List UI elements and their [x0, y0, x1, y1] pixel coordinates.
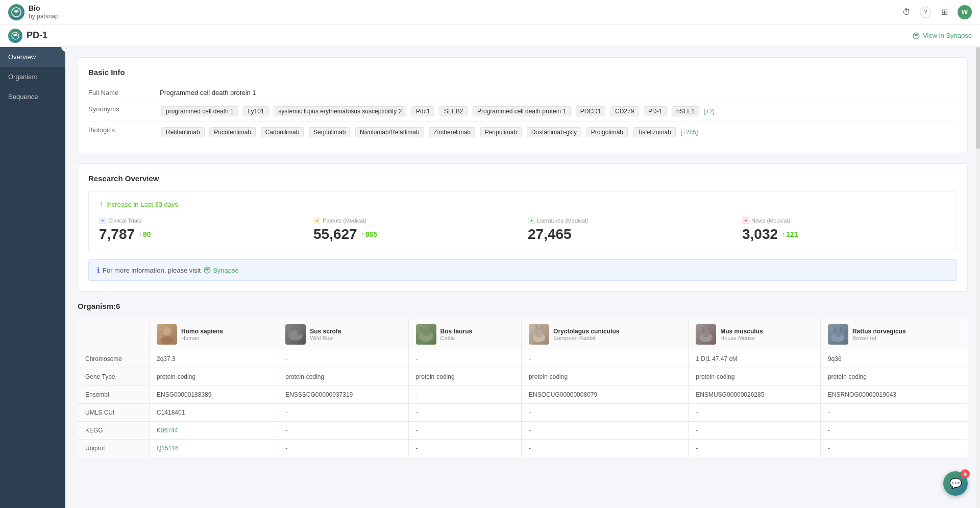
increase-label: ↑ Increase in Last 30 days: [99, 200, 946, 209]
chromosome-sus: -: [278, 350, 408, 368]
literatures-icon: ✦: [528, 217, 535, 224]
biologic-tag[interactable]: Nivolumab/Relatlimab: [355, 127, 424, 137]
table-header-homo-sapiens: Homo sapiens Human: [150, 319, 278, 350]
clinical-trials-value: 7,787 ↑ 80: [99, 226, 303, 243]
umls-bos: -: [408, 404, 521, 422]
kegg-oryc: -: [522, 422, 689, 440]
clinical-trials-delta: ↑ 80: [139, 230, 151, 238]
synapse-link[interactable]: Synapse: [204, 267, 239, 274]
biologic-tag[interactable]: Dostarlimab-gxly: [527, 127, 581, 137]
synapse-logo-icon: [913, 32, 920, 39]
patents-value: 55,627 ↑ 865: [313, 226, 518, 243]
svg-point-10: [422, 328, 430, 336]
chromosome-label: Chromosome: [78, 350, 150, 368]
secondary-nav: PD-1 View in Synapse: [0, 25, 980, 47]
clinical-trials-icon: ✦: [99, 217, 106, 224]
patents-label: ✦ Patents (Medical): [313, 217, 518, 224]
grid-icon[interactable]: ⊞: [939, 7, 949, 17]
synonyms-more[interactable]: [+2]: [704, 108, 715, 115]
page-nav-icon: [8, 29, 22, 43]
uniprot-homo-link[interactable]: Q15116: [157, 445, 179, 452]
homo-sapiens-image: [157, 324, 177, 345]
chromosome-rat: 9q36: [820, 350, 967, 368]
biologics-more[interactable]: [+285]: [681, 129, 698, 136]
biologics-value: Retifanlimab Pucotenlimab Cadonilimab Se…: [160, 126, 957, 138]
table-header-empty: [78, 319, 150, 350]
research-stats-card: ↑ Increase in Last 30 days ✦ Clinical Tr…: [88, 191, 957, 251]
basic-info-card: Basic Info Full Name Programmed cell dea…: [78, 57, 968, 153]
umls-mus: -: [689, 404, 821, 422]
sidebar-item-organism[interactable]: Organism: [0, 67, 65, 87]
literatures-label: ✦ Literatures (Medical): [528, 217, 732, 224]
clinical-trials-label: ✦ Clinical Trials: [99, 217, 303, 224]
svg-point-4: [163, 327, 171, 335]
umls-oryc: -: [522, 404, 689, 422]
table-row: UMLS CUI C1418401 - - - - -: [78, 404, 968, 422]
kegg-label: KEGG: [78, 422, 150, 440]
synonym-tag[interactable]: PD-1: [644, 106, 667, 116]
biologic-tag[interactable]: Prolgolimab: [586, 127, 628, 137]
news-icon: ✦: [742, 217, 749, 224]
synonym-tag[interactable]: systemic lupus erythematosus susceptibil…: [274, 106, 406, 116]
help-icon[interactable]: ?: [920, 7, 931, 18]
table-row: KEGG K06744 - - - - -: [78, 422, 968, 440]
biologic-tag[interactable]: Penpulimab: [480, 127, 522, 137]
synapse-link-icon: [204, 267, 211, 274]
chromosome-mus: 1 D|1 47.47 cM: [689, 350, 821, 368]
research-overview-title: Research Overview: [88, 174, 957, 183]
user-avatar[interactable]: W: [958, 5, 972, 19]
synonyms-value: programmed cell death 1 Ly101 systemic l…: [160, 105, 957, 117]
top-nav: Bio by patsnap ⏱ ? ⊞ W: [0, 0, 980, 25]
basic-info-title: Basic Info: [88, 68, 957, 77]
uniprot-oryc: -: [522, 440, 689, 457]
gene-type-sus: protein-coding: [278, 368, 408, 386]
chromosome-bos: -: [408, 350, 521, 368]
synonym-tag[interactable]: SLEB2: [439, 106, 468, 116]
biologic-tag[interactable]: Tislelizumab: [633, 127, 676, 137]
uniprot-sus: -: [278, 440, 408, 457]
sidebar-item-sequence[interactable]: Sequence: [0, 87, 65, 107]
layout: ‹ Overview Organism Sequence Basic Info …: [0, 47, 980, 508]
table-row: Ensembl ENSG00000188389 ENSSSCG000000373…: [78, 386, 968, 404]
research-overview-card: Research Overview ↑ Increase in Last 30 …: [78, 163, 968, 292]
biologics-label: Biologics: [88, 126, 160, 134]
ensembl-oryc: ENSOCUG00000008079: [522, 386, 689, 404]
biologic-tag[interactable]: Retifanlimab: [161, 127, 205, 137]
homo-sapiens-name: Homo sapiens: [181, 328, 223, 335]
synonym-tag[interactable]: Pdc1: [411, 106, 434, 116]
sidebar-item-overview[interactable]: Overview: [0, 47, 65, 67]
patents-stat: ✦ Patents (Medical) 55,627 ↑ 865: [313, 217, 518, 243]
umls-homo: C1418401: [150, 404, 278, 422]
biologic-tag[interactable]: Serplulimab: [309, 127, 350, 137]
biologic-tag[interactable]: Cadonilimab: [261, 127, 304, 137]
synonyms-row: Synonyms programmed cell death 1 Ly101 s…: [88, 101, 957, 122]
news-label: ✦ News (Medical): [742, 217, 946, 224]
table-row: Uniprot Q15116 - - - - -: [78, 440, 968, 457]
kegg-sus: -: [278, 422, 408, 440]
ensembl-rat: ENSRNOG00000019043: [820, 386, 967, 404]
scrollbar[interactable]: [976, 47, 980, 508]
clock-icon[interactable]: ⏱: [901, 7, 912, 17]
synonym-tag[interactable]: programmed cell death 1: [161, 106, 238, 116]
scrollbar-thumb[interactable]: [976, 47, 980, 149]
uniprot-label: Uniprot: [78, 440, 150, 457]
biologic-tag[interactable]: Pucotenlimab: [209, 127, 256, 137]
uniprot-homo: Q15116: [150, 440, 278, 457]
synonym-tag[interactable]: Ly101: [243, 106, 268, 116]
main-content: Basic Info Full Name Programmed cell dea…: [65, 47, 980, 508]
view-synapse-button[interactable]: View in Synapse: [913, 32, 972, 39]
ensembl-sus: ENSSSCG00000037319: [278, 386, 408, 404]
table-header-oryctolagus: Oryctolagus cuniculus European Rabbit: [522, 319, 689, 350]
sus-scrofa-name: Sus scrofa: [310, 328, 341, 335]
synonym-tag[interactable]: Programmed cell death protein 1: [473, 106, 571, 116]
table-row: Chromosome 2q37.3 - - - 1 D|1 47.47 cM 9…: [78, 350, 968, 368]
chat-bubble-button[interactable]: 💬 4: [943, 471, 968, 496]
sus-scrofa-image: [285, 324, 306, 345]
synonym-tag[interactable]: hSLE1: [672, 106, 699, 116]
kegg-homo-link[interactable]: K06744: [157, 427, 178, 434]
synonym-tag[interactable]: CD279: [610, 106, 639, 116]
biologic-tag[interactable]: Zimberelimab: [429, 127, 475, 137]
table-header-bos-taurus: Bos taurus Cattle: [408, 319, 521, 350]
synonym-tag[interactable]: PDCD1: [576, 106, 606, 116]
rattus-name: Rattus norvegicus: [852, 328, 906, 335]
